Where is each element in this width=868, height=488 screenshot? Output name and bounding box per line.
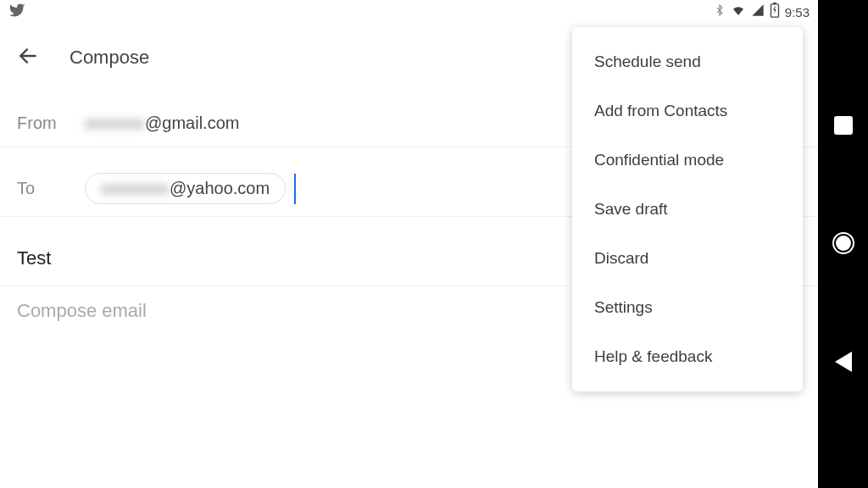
bluetooth-icon [714,3,726,20]
battery-charging-icon [770,3,780,21]
wifi-icon [731,3,746,20]
from-label: From [17,114,85,133]
menu-settings[interactable]: Settings [572,283,803,332]
from-domain: @gmail.com [145,114,239,133]
from-name-blurred: xxxxxxx [85,114,144,133]
nav-back-button[interactable] [835,352,852,372]
nav-home-button[interactable] [832,232,854,254]
app-screen: 9:53 Compose From xxxxxxx@gmail.com To x… [0,0,818,488]
menu-help-feedback[interactable]: Help & feedback [572,332,803,381]
android-nav-bar [818,0,868,488]
text-cursor [294,174,296,204]
menu-schedule-send[interactable]: Schedule send [572,37,803,86]
to-name-blurred: xxxxxxxx [101,179,169,198]
svg-rect-1 [773,3,776,4]
body-placeholder[interactable]: Compose email [17,300,147,321]
menu-save-draft[interactable]: Save draft [572,185,803,234]
overflow-menu: Schedule send Add from Contacts Confiden… [572,27,803,391]
twitter-notification-icon [8,2,25,22]
status-bar: 9:53 [0,0,818,24]
to-label: To [17,179,85,198]
menu-add-from-contacts[interactable]: Add from Contacts [572,86,803,136]
signal-icon [751,3,765,20]
to-recipient-chip[interactable]: xxxxxxxx@yahoo.com [85,173,286,204]
app-title: Compose [70,47,149,69]
menu-discard[interactable]: Discard [572,234,803,283]
back-arrow-icon[interactable] [17,45,39,70]
nav-recents-button[interactable] [834,116,853,135]
status-time: 9:53 [785,5,810,19]
to-domain: @yahoo.com [170,179,270,198]
from-email: xxxxxxx@gmail.com [85,114,239,133]
menu-confidential-mode[interactable]: Confidential mode [572,136,803,185]
subject-input[interactable]: Test [17,247,51,269]
